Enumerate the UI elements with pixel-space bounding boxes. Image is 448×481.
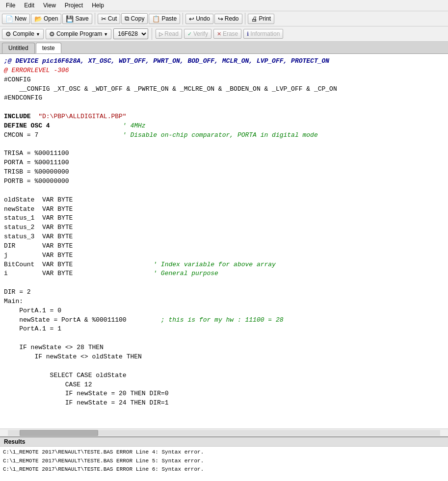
info-icon (247, 30, 249, 37)
menu-help[interactable]: Help (88, 1, 108, 10)
error-line: C:\1_REMOTE 2017\RENAULT\TESTE.BAS ERROR… (3, 448, 445, 457)
results-content: C:\1_REMOTE 2017\RENAULT\TESTE.BAS ERROR… (0, 447, 448, 481)
menu-project[interactable]: Project (61, 1, 87, 10)
open-label: Open (44, 15, 58, 22)
verify-label: Verify (193, 30, 208, 37)
paste-button[interactable]: Paste (149, 14, 180, 24)
tab-teste[interactable]: teste (36, 43, 61, 53)
error-line: C:\1_REMOTE 2017\RENAULT\TESTE.BAS ERROR… (3, 465, 445, 474)
compile-program-icon (49, 30, 55, 38)
new-icon (5, 15, 13, 23)
information-label: Information (250, 30, 280, 37)
device-select[interactable]: 16F628 (113, 28, 148, 39)
read-icon (159, 30, 163, 37)
copy-icon (125, 15, 129, 23)
tabs-bar: Untitled teste (0, 42, 448, 54)
compile-sep (152, 28, 152, 40)
new-button[interactable]: New (2, 14, 30, 24)
error-line: C:\1_REMOTE 2017\RENAULT\TESTE.BAS ERROR… (3, 457, 445, 466)
save-icon (66, 15, 74, 23)
compile-label: Compile (13, 30, 34, 37)
erase-button[interactable]: Erase (213, 29, 241, 39)
toolbar: New Open Save Cut Copy Paste Undo Redo P… (0, 11, 448, 26)
save-label: Save (75, 15, 88, 22)
copy-button[interactable]: Copy (121, 13, 148, 24)
cut-icon (101, 15, 106, 23)
paste-icon (152, 15, 160, 23)
paste-label: Paste (161, 15, 177, 22)
redo-label: Redo (225, 15, 239, 22)
results-header: Results (0, 437, 448, 447)
hscroll-thumb[interactable] (20, 430, 98, 436)
redo-icon (218, 15, 223, 23)
erase-label: Erase (223, 30, 238, 37)
cut-label: Cut (108, 15, 117, 22)
separator-2 (183, 13, 183, 25)
compile-program-button[interactable]: Compile Program (46, 29, 111, 39)
compile-button[interactable]: Compile (2, 29, 44, 39)
menu-edit[interactable]: Edit (20, 1, 38, 10)
hscroll-track[interactable] (8, 430, 440, 436)
open-icon (34, 15, 42, 23)
print-label: Print (259, 15, 271, 22)
undo-icon (189, 15, 194, 23)
menu-file[interactable]: File (2, 1, 19, 10)
new-label: New (15, 15, 26, 22)
menu-view[interactable]: View (39, 1, 60, 10)
results-panel: Results C:\1_REMOTE 2017\RENAULT\TESTE.B… (0, 436, 448, 481)
compile-program-dropdown-icon (104, 30, 108, 37)
hscroll-bar[interactable] (0, 429, 448, 436)
compile-bar: Compile Compile Program 16F628 Read Veri… (0, 26, 448, 42)
redo-button[interactable]: Redo (214, 14, 242, 24)
print-icon (251, 15, 258, 23)
cut-button[interactable]: Cut (98, 14, 121, 24)
undo-button[interactable]: Undo (185, 14, 213, 24)
tab-untitled[interactable]: Untitled (2, 43, 35, 53)
verify-button[interactable]: Verify (184, 29, 211, 39)
open-button[interactable]: Open (31, 14, 61, 24)
compile-program-label: Compile Program (56, 30, 102, 37)
code-editor[interactable]: ;@ DEVICE pic16F628A, XT_OSC, WDT_OFF, P… (0, 54, 448, 411)
save-button[interactable]: Save (62, 14, 92, 24)
read-label: Read (164, 30, 179, 37)
read-button[interactable]: Read (156, 29, 182, 39)
compile-dropdown-icon (36, 30, 40, 37)
separator-3 (245, 13, 245, 25)
editor-container[interactable]: ;@ DEVICE pic16F628A, XT_OSC, WDT_OFF, P… (0, 54, 448, 429)
copy-label: Copy (131, 15, 144, 22)
menu-bar: File Edit View Project Help (0, 0, 448, 11)
compile-icon (5, 30, 11, 38)
print-button[interactable]: Print (248, 14, 275, 24)
verify-icon (187, 30, 192, 37)
separator-1 (95, 13, 95, 25)
information-button[interactable]: Information (243, 29, 283, 39)
erase-icon (217, 30, 221, 37)
undo-label: Undo (196, 15, 210, 22)
